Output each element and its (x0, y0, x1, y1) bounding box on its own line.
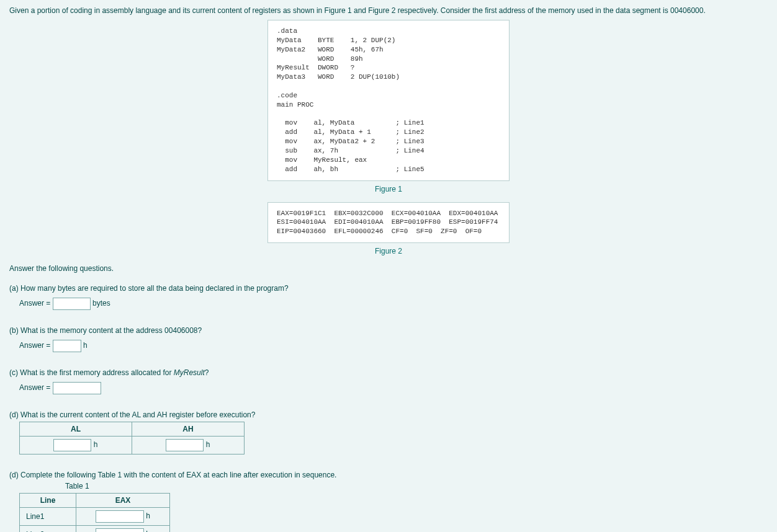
question-c-text: (c) What is the first memory address all… (9, 368, 768, 377)
ah-header: AH (132, 422, 245, 437)
table-row: Line1 h (20, 508, 170, 526)
al-header: AL (20, 422, 132, 437)
answer-a-suffix: bytes (92, 299, 110, 308)
question-a-text: (a) How many bytes are required to store… (9, 284, 768, 293)
figure2-code-box: EAX=0019F1C1 EBX=0032C000 ECX=004010AA E… (267, 202, 510, 244)
al-suffix: h (94, 440, 98, 449)
question-c-pre: (c) What is the first memory address all… (9, 368, 174, 377)
figure2-label: Figure 2 (9, 247, 768, 255)
intro-text: Given a portion of coding in assembly la… (9, 6, 768, 15)
question-c-italic: MyResult (174, 368, 205, 377)
row1-label: Line1 (20, 508, 76, 526)
row2-cell: h (76, 526, 170, 532)
answer-c-input[interactable] (53, 382, 101, 394)
answer-b-prefix: Answer = (19, 341, 50, 350)
answer-c-prefix: Answer = (19, 383, 50, 392)
question-d1-text: (d) What is the current content of the A… (9, 410, 768, 419)
row1-input[interactable] (96, 510, 144, 523)
row2-suffix: h (146, 530, 150, 532)
answer-a-prefix: Answer = (19, 299, 50, 308)
question-c-post: ? (205, 368, 209, 377)
eax-table: Line EAX Line1 h Line2 h Line3 h (19, 493, 170, 532)
question-d2-text: (d) Complete the following Table 1 with … (9, 471, 768, 479)
ah-cell: h (132, 437, 245, 454)
ah-input[interactable] (166, 439, 204, 451)
line-header: Line (20, 494, 76, 508)
answer-b-input[interactable] (53, 340, 81, 352)
al-ah-table: AL AH h h (19, 422, 245, 454)
ah-suffix: h (206, 440, 210, 449)
answer-b-suffix: h (83, 341, 88, 350)
al-input[interactable] (53, 439, 91, 451)
figure1-code-box: .data MyData BYTE 1, 2 DUP(2) MyData2 WO… (267, 20, 510, 181)
figure1-label: Figure 1 (9, 185, 768, 193)
questions-header: Answer the following questions. (9, 264, 768, 273)
row1-suffix: h (146, 512, 150, 520)
eax-header: EAX (76, 494, 170, 508)
table-row: Line2 h (20, 526, 170, 532)
table1-title: Table 1 (65, 482, 768, 490)
row2-label: Line2 (20, 526, 76, 532)
al-cell: h (20, 437, 132, 454)
question-b-text: (b) What is the memory content at the ad… (9, 326, 768, 335)
answer-a-input[interactable] (53, 298, 91, 310)
row1-cell: h (76, 508, 170, 526)
row2-input[interactable] (96, 528, 144, 532)
